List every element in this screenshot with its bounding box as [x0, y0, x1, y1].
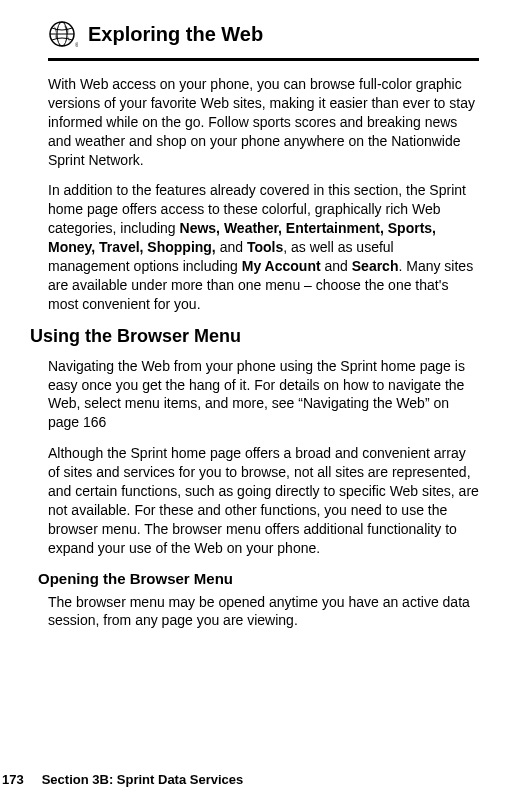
section-label: Section 3B: Sprint Data Services — [42, 772, 244, 787]
header-rule — [48, 58, 479, 61]
intro-paragraph-2: In addition to the features already cove… — [48, 181, 479, 313]
section-heading-opening-browser: Opening the Browser Menu — [38, 570, 479, 587]
page-header: ® Exploring the Web — [48, 20, 479, 58]
intro-paragraph-1: With Web access on your phone, you can b… — [48, 75, 479, 169]
globe-icon: ® — [48, 20, 78, 48]
section1-paragraph-2: Although the Sprint home page offers a b… — [48, 444, 479, 557]
page: ® Exploring the Web With Web access on y… — [0, 0, 505, 807]
page-title: Exploring the Web — [88, 23, 263, 46]
section2-paragraph-1: The browser menu may be opened anytime y… — [48, 593, 479, 631]
text-run: and — [321, 258, 352, 274]
bold-run: Search — [352, 258, 399, 274]
bold-run: Tools — [247, 239, 283, 255]
page-number: 173 — [2, 772, 24, 787]
page-footer: 173 Section 3B: Sprint Data Services — [2, 772, 243, 787]
svg-text:®: ® — [75, 42, 78, 48]
text-run: and — [216, 239, 247, 255]
bold-run: My Account — [242, 258, 321, 274]
section1-paragraph-1: Navigating the Web from your phone using… — [48, 357, 479, 433]
section-heading-browser-menu: Using the Browser Menu — [30, 326, 479, 347]
